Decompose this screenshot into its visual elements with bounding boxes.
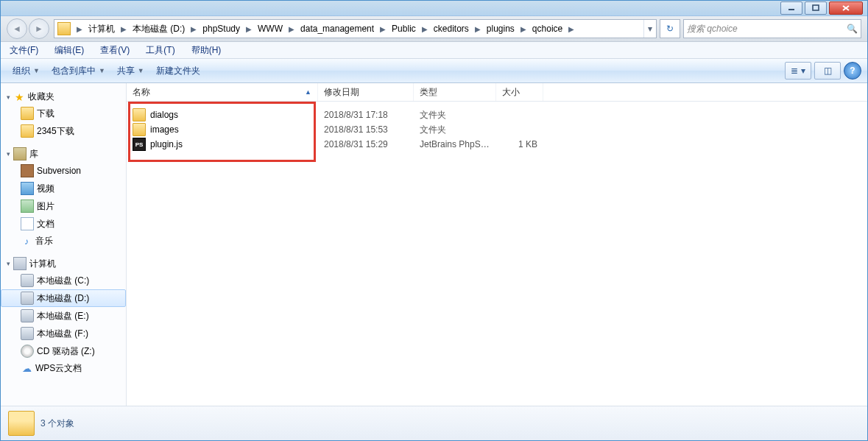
refresh-button[interactable]: ↻ (660, 19, 680, 38)
libraries-group[interactable]: ▾库 (1, 146, 126, 162)
chevron-right-icon[interactable]: ▶ (188, 25, 200, 33)
sidebar-music[interactable]: ♪音乐 (1, 233, 126, 250)
music-icon: ♪ (21, 236, 32, 247)
search-input[interactable]: 搜索 qchoice (687, 23, 847, 35)
file-type: JetBrains PhpSto... (414, 139, 496, 149)
favorites-group[interactable]: ▾★收藏夹 (1, 89, 126, 105)
folder-icon (133, 123, 146, 136)
explorer-window: ◄ ► ▶ 计算机▶ 本地磁盘 (D:)▶ phpStudy▶ WWW▶ dat… (0, 0, 868, 441)
crumb-public[interactable]: Public (389, 20, 419, 38)
sidebar-downloads[interactable]: 下载 (1, 105, 126, 122)
chevron-right-icon[interactable]: ▶ (286, 25, 297, 33)
status-text: 3 个对象 (40, 417, 74, 430)
sidebar-drive-z[interactable]: CD 驱动器 (Z:) (1, 342, 126, 360)
include-in-library-button[interactable]: 包含到库中▼ (46, 62, 111, 80)
organize-button[interactable]: 组织▼ (7, 62, 46, 80)
column-headers: 名称▲ 修改日期 类型 大小 (127, 83, 867, 102)
close-button[interactable] (829, 1, 863, 15)
sidebar-subversion[interactable]: Subversion (1, 162, 126, 180)
file-name: dialogs (150, 110, 178, 120)
file-name: plugin.js (150, 139, 183, 149)
file-type: 文件夹 (414, 124, 496, 136)
file-size: 1 KB (496, 139, 543, 149)
sidebar-drive-f[interactable]: 本地磁盘 (F:) (1, 325, 126, 342)
folder-icon (21, 107, 34, 120)
search-box[interactable]: 搜索 qchoice 🔍 (683, 19, 861, 38)
column-size[interactable]: 大小 (496, 83, 543, 101)
menu-edit[interactable]: 编辑(E) (52, 43, 87, 58)
crumb-computer[interactable]: 计算机 (85, 20, 118, 38)
file-row[interactable]: images 2018/8/31 15:53 文件夹 (127, 122, 867, 137)
sidebar-pictures[interactable]: 图片 (1, 197, 126, 215)
picture-icon (21, 200, 34, 213)
file-name: images (150, 124, 179, 135)
crumb-data-management[interactable]: data_management (297, 20, 377, 38)
chevron-right-icon[interactable]: ▶ (472, 25, 484, 33)
chevron-right-icon[interactable]: ▶ (518, 25, 529, 33)
collapse-icon: ▾ (7, 260, 10, 267)
title-bar[interactable] (1, 1, 867, 16)
chevron-right-icon[interactable]: ▶ (118, 25, 130, 33)
menu-tools[interactable]: 工具(T) (143, 43, 177, 58)
sidebar-drive-e[interactable]: 本地磁盘 (E:) (1, 307, 126, 325)
sidebar-wps-cloud[interactable]: ☁WPS云文档 (1, 360, 126, 377)
svn-icon (21, 164, 34, 177)
address-dropdown[interactable]: ▾ (643, 20, 656, 38)
crumb-ckeditors[interactable]: ckeditors (431, 20, 472, 38)
preview-pane-button[interactable]: ◫ (814, 62, 841, 80)
back-button[interactable]: ◄ (7, 18, 27, 39)
view-options-button[interactable]: ≣ ▾ (785, 62, 811, 80)
disk-icon (21, 274, 34, 287)
disk-icon (21, 292, 34, 305)
document-icon (21, 217, 34, 230)
video-icon (21, 182, 34, 195)
file-list-pane: 名称▲ 修改日期 类型 大小 dialogs 2018/8/31 17:18 文… (127, 83, 867, 406)
navigation-pane[interactable]: ▾★收藏夹 下载 2345下载 ▾库 Subversion 视频 图片 文档 ♪… (1, 83, 127, 406)
library-icon (13, 147, 27, 160)
column-type[interactable]: 类型 (414, 83, 496, 101)
column-date[interactable]: 修改日期 (318, 83, 414, 101)
js-file-icon: PS (133, 138, 146, 151)
sidebar-video[interactable]: 视频 (1, 180, 126, 197)
crumb-qchoice[interactable]: qchoice (529, 20, 565, 38)
crumb-www[interactable]: WWW (255, 20, 286, 38)
share-button[interactable]: 共享▼ (111, 62, 150, 80)
crumb-plugins[interactable]: plugins (484, 20, 518, 38)
file-row[interactable]: dialogs 2018/8/31 17:18 文件夹 (127, 107, 867, 122)
disk-icon (21, 327, 34, 340)
folder-icon (8, 411, 35, 436)
chevron-down-icon: ▼ (138, 67, 144, 74)
file-date: 2018/8/31 15:29 (318, 139, 414, 149)
chevron-down-icon: ▼ (33, 67, 40, 74)
crumb-drive-d[interactable]: 本地磁盘 (D:) (130, 20, 188, 38)
menu-bar: 文件(F) 编辑(E) 查看(V) 工具(T) 帮助(H) (1, 42, 867, 59)
minimize-button[interactable] (780, 1, 802, 15)
maximize-button[interactable] (805, 1, 827, 15)
folder-icon (133, 108, 146, 121)
file-row[interactable]: PSplugin.js 2018/8/31 15:29 JetBrains Ph… (127, 137, 867, 152)
chevron-right-icon[interactable]: ▶ (565, 25, 577, 33)
sort-asc-icon: ▲ (305, 88, 311, 96)
computer-icon (13, 257, 27, 270)
sidebar-drive-d[interactable]: 本地磁盘 (D:) (1, 289, 126, 307)
chevron-right-icon[interactable]: ▶ (377, 25, 389, 33)
collapse-icon: ▾ (7, 94, 10, 101)
help-button[interactable]: ? (844, 62, 861, 80)
chevron-right-icon[interactable]: ▶ (243, 25, 255, 33)
sidebar-drive-c[interactable]: 本地磁盘 (C:) (1, 272, 126, 289)
chevron-right-icon[interactable]: ▶ (74, 25, 85, 33)
forward-button[interactable]: ► (29, 18, 49, 39)
sidebar-2345downloads[interactable]: 2345下载 (1, 122, 126, 140)
menu-help[interactable]: 帮助(H) (188, 43, 225, 58)
column-name[interactable]: 名称▲ (127, 83, 318, 101)
sidebar-documents[interactable]: 文档 (1, 215, 126, 233)
menu-file[interactable]: 文件(F) (7, 43, 41, 58)
folder-icon (21, 124, 34, 138)
toolbar: 组织▼ 包含到库中▼ 共享▼ 新建文件夹 ≣ ▾ ◫ ? (1, 59, 867, 83)
crumb-phpstudy[interactable]: phpStudy (200, 20, 243, 38)
menu-view[interactable]: 查看(V) (97, 43, 133, 58)
computer-group[interactable]: ▾计算机 (1, 255, 126, 272)
chevron-right-icon[interactable]: ▶ (419, 25, 431, 33)
new-folder-button[interactable]: 新建文件夹 (150, 62, 206, 80)
address-bar[interactable]: ▶ 计算机▶ 本地磁盘 (D:)▶ phpStudy▶ WWW▶ data_ma… (54, 19, 657, 38)
